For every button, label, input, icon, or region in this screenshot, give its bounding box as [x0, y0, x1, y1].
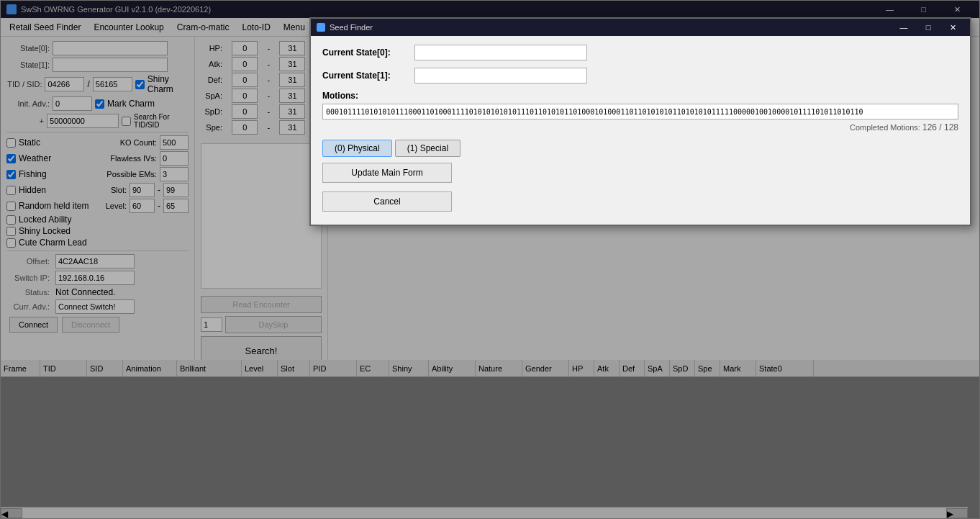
- tab-physical[interactable]: (0) Physical: [322, 140, 392, 157]
- dialog-minimize-button[interactable]: —: [892, 20, 915, 35]
- seed-finder-dialog: Seed Finder — □ ✕ Current State[0]: Curr…: [309, 17, 971, 226]
- dialog-state0-label: Current State[0]:: [322, 48, 409, 58]
- tab-row: (0) Physical (1) Special: [322, 140, 958, 157]
- dialog-state0-input[interactable]: [414, 45, 587, 60]
- dialog-controls: — □ ✕: [892, 20, 964, 35]
- cancel-button[interactable]: Cancel: [322, 191, 452, 212]
- dialog-title-bar: Seed Finder — □ ✕: [311, 19, 970, 36]
- dialog-state1-row: Current State[1]:: [322, 68, 958, 84]
- dialog-state0-row: Current State[0]:: [322, 45, 958, 60]
- dialog-state1-label: Current State[1]:: [322, 71, 409, 81]
- tabs-area: (0) Physical (1) Special: [322, 140, 958, 157]
- motions-input[interactable]: [322, 104, 958, 119]
- tab-special[interactable]: (1) Special: [395, 140, 460, 157]
- motions-container: Completed Motions: 126 / 128: [322, 104, 958, 119]
- dialog-title-text: Seed Finder: [330, 23, 373, 32]
- completed-motions-value: 126 / 128: [922, 122, 958, 132]
- motions-label: Motions:: [322, 91, 958, 101]
- dialog-icon: [317, 23, 325, 32]
- update-main-form-button[interactable]: Update Main Form: [322, 163, 452, 183]
- dialog-maximize-button[interactable]: □: [917, 20, 940, 35]
- completed-motions-label: Completed Motions: 126 / 128: [850, 122, 958, 132]
- dialog-content: Current State[0]: Current State[1]: Moti…: [311, 36, 970, 225]
- dialog-close-button[interactable]: ✕: [941, 20, 964, 35]
- dialog-state1-input[interactable]: [414, 68, 587, 84]
- dialog-title-left: Seed Finder: [317, 23, 373, 32]
- action-buttons: Update Main Form Cancel: [322, 163, 958, 216]
